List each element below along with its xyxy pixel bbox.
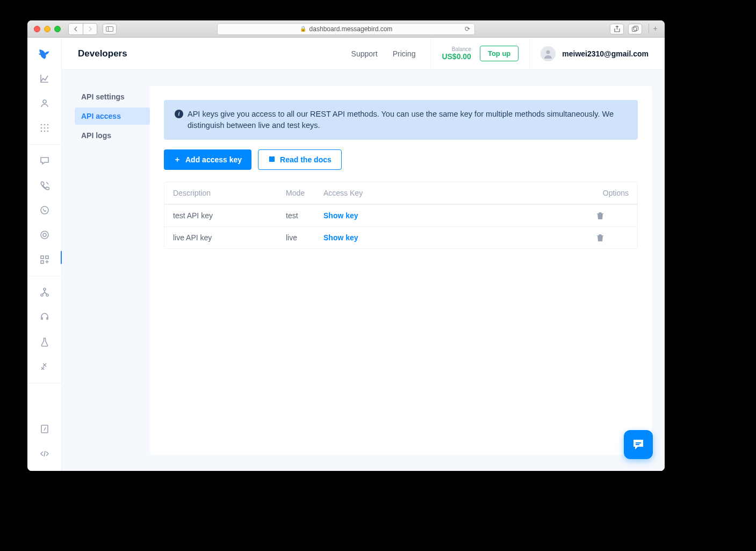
table-row: test API key test Show key bbox=[164, 204, 637, 226]
cell-mode: live bbox=[286, 233, 323, 242]
cell-mode: test bbox=[286, 211, 323, 220]
apps-icon[interactable] bbox=[38, 253, 51, 266]
th-mode: Mode bbox=[286, 189, 323, 197]
api-keys-table: Description Mode Access Key Options test… bbox=[164, 182, 638, 249]
svg-point-5 bbox=[40, 124, 42, 126]
lock-icon: 🔒 bbox=[300, 26, 306, 32]
left-rail bbox=[27, 38, 62, 471]
cell-description: test API key bbox=[173, 211, 286, 220]
svg-point-24 bbox=[546, 50, 550, 54]
show-key-link[interactable]: Show key bbox=[323, 233, 358, 242]
nav-arrows bbox=[68, 23, 97, 35]
minimize-icon[interactable] bbox=[44, 26, 51, 32]
action-row: ＋ Add access key Read the docs bbox=[164, 149, 638, 170]
flow-icon[interactable] bbox=[38, 286, 51, 299]
svg-point-16 bbox=[43, 233, 46, 237]
delete-key-button[interactable] bbox=[596, 212, 629, 220]
flask-icon[interactable] bbox=[38, 335, 51, 348]
table-header: Description Mode Access Key Options bbox=[164, 182, 637, 204]
maximize-icon[interactable] bbox=[54, 26, 61, 32]
svg-point-22 bbox=[46, 294, 48, 296]
titlebar-right: + bbox=[610, 24, 658, 34]
integrations-icon[interactable] bbox=[38, 360, 51, 373]
developers-icon[interactable] bbox=[38, 447, 51, 460]
tabs-button[interactable] bbox=[628, 24, 642, 34]
svg-rect-19 bbox=[41, 261, 44, 263]
info-icon: i bbox=[175, 110, 183, 118]
balance-section: Balance US$0.00 Top up bbox=[430, 38, 530, 69]
user-email: meiwei2310@gmail.com bbox=[562, 49, 649, 58]
balance-amount: US$0.00 bbox=[442, 52, 471, 61]
info-text: API keys give you access to all our REST… bbox=[188, 109, 627, 131]
svg-point-7 bbox=[47, 124, 48, 126]
svg-point-13 bbox=[47, 131, 48, 132]
analytics-icon[interactable] bbox=[38, 72, 51, 85]
info-banner: i API keys give you access to all our RE… bbox=[164, 100, 638, 140]
numbers-icon[interactable] bbox=[38, 423, 51, 435]
table-row: live API key live Show key bbox=[164, 226, 637, 248]
svg-point-6 bbox=[44, 124, 45, 126]
avatar-icon bbox=[541, 46, 556, 61]
support-link[interactable]: Support bbox=[351, 49, 378, 58]
body-area: API settings API access API logs i API k… bbox=[62, 70, 665, 471]
subnav-api-logs[interactable]: API logs bbox=[75, 127, 150, 144]
contacts-icon[interactable] bbox=[38, 97, 51, 110]
svg-rect-26 bbox=[636, 444, 639, 445]
delete-key-button[interactable] bbox=[596, 234, 629, 242]
plus-icon: ＋ bbox=[174, 155, 181, 164]
window-controls bbox=[34, 26, 61, 32]
url-text: dashboard.messagebird.com bbox=[309, 25, 393, 33]
browser-window: 🔒 dashboard.messagebird.com ⟳ + bbox=[27, 20, 665, 471]
sms-icon[interactable] bbox=[38, 154, 51, 167]
verify-icon[interactable] bbox=[38, 228, 51, 241]
pricing-link[interactable]: Pricing bbox=[393, 49, 416, 58]
svg-rect-0 bbox=[106, 26, 113, 31]
support-icon[interactable] bbox=[38, 311, 51, 324]
balance-label: Balance bbox=[452, 46, 471, 52]
subnav-api-settings[interactable]: API settings bbox=[75, 88, 150, 105]
th-description: Description bbox=[173, 189, 286, 197]
cell-description: live API key bbox=[173, 233, 286, 242]
subnav-api-access[interactable]: API access bbox=[75, 108, 150, 125]
grid-icon[interactable] bbox=[38, 121, 51, 134]
app-root: Developers Support Pricing Balance US$0.… bbox=[27, 38, 665, 471]
voice-icon[interactable] bbox=[38, 179, 51, 192]
main-column: Developers Support Pricing Balance US$0.… bbox=[62, 38, 665, 471]
svg-point-10 bbox=[47, 127, 48, 129]
new-tab-button[interactable]: + bbox=[649, 24, 658, 33]
svg-rect-17 bbox=[41, 256, 44, 259]
svg-point-11 bbox=[40, 131, 42, 132]
svg-point-12 bbox=[44, 131, 45, 132]
svg-rect-2 bbox=[632, 27, 637, 32]
reload-icon[interactable]: ⟳ bbox=[465, 25, 470, 33]
svg-point-4 bbox=[43, 100, 46, 103]
add-access-key-button[interactable]: ＋ Add access key bbox=[164, 149, 251, 170]
svg-point-20 bbox=[44, 288, 46, 290]
svg-rect-18 bbox=[46, 256, 48, 259]
logo-icon[interactable] bbox=[38, 47, 52, 61]
header: Developers Support Pricing Balance US$0.… bbox=[62, 38, 665, 70]
add-key-label: Add access key bbox=[185, 155, 242, 164]
th-options: Options bbox=[596, 189, 629, 197]
show-key-link[interactable]: Show key bbox=[323, 211, 358, 220]
url-bar[interactable]: 🔒 dashboard.messagebird.com ⟳ bbox=[217, 23, 475, 35]
chat-widget-button[interactable] bbox=[624, 430, 653, 459]
user-menu[interactable]: meiwei2310@gmail.com bbox=[530, 38, 649, 69]
forward-button[interactable] bbox=[83, 24, 97, 34]
back-button[interactable] bbox=[69, 24, 83, 34]
subnav: API settings API access API logs bbox=[75, 86, 150, 455]
page-title: Developers bbox=[78, 48, 127, 59]
close-icon[interactable] bbox=[34, 26, 40, 32]
svg-point-8 bbox=[40, 127, 42, 129]
svg-point-14 bbox=[41, 206, 48, 214]
svg-point-15 bbox=[41, 231, 48, 239]
topup-button[interactable]: Top up bbox=[480, 46, 519, 61]
sidebar-toggle-button[interactable] bbox=[103, 24, 117, 34]
svg-point-21 bbox=[41, 294, 43, 296]
share-button[interactable] bbox=[610, 24, 624, 34]
read-docs-label: Read the docs bbox=[280, 155, 332, 164]
book-icon bbox=[268, 156, 276, 163]
svg-rect-3 bbox=[634, 26, 638, 31]
read-docs-button[interactable]: Read the docs bbox=[258, 149, 342, 170]
whatsapp-icon[interactable] bbox=[38, 204, 51, 217]
